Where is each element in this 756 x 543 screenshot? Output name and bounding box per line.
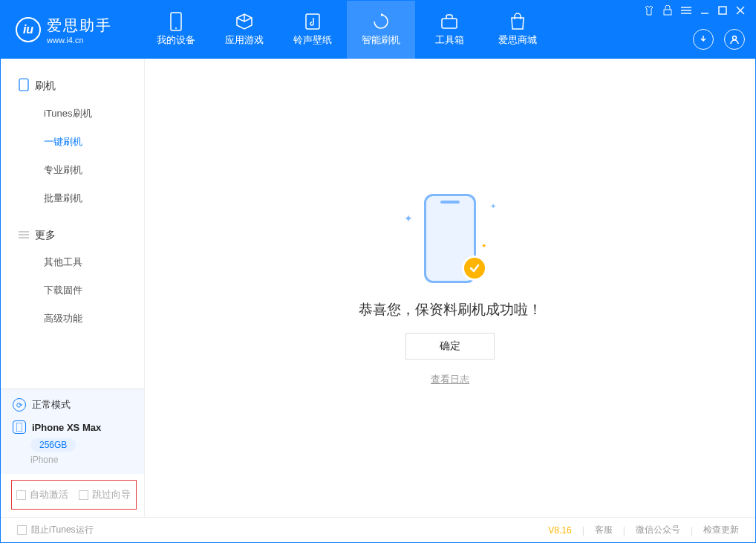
device-type: iPhone — [30, 455, 132, 465]
app-title: 爱思助手 — [47, 16, 112, 36]
device-panel: ⟳ 正常模式 iPhone XS Max 256GB iPhone — [1, 388, 144, 474]
user-button[interactable] — [724, 29, 745, 50]
menu-icon[interactable] — [681, 6, 691, 17]
lock-icon[interactable] — [663, 5, 672, 18]
sidebar-item-advanced[interactable]: 高级功能 — [1, 305, 144, 333]
check-update-link[interactable]: 检查更新 — [703, 524, 739, 536]
checkbox-auto-activate[interactable]: 自动激活 — [16, 488, 68, 501]
svg-point-1 — [175, 27, 177, 29]
flash-options-highlight: 自动激活 跳过向导 — [11, 480, 137, 510]
sidebar-section-more: 更多 — [1, 223, 144, 248]
confirm-button[interactable]: 确定 — [405, 333, 495, 360]
toolbox-icon — [440, 13, 458, 30]
app-subtitle: www.i4.cn — [47, 36, 112, 45]
minimize-button[interactable] — [700, 6, 709, 17]
window-controls — [644, 5, 745, 18]
tab-apps-games[interactable]: 应用游戏 — [210, 1, 278, 59]
sidebar-item-batch-flash[interactable]: 批量刷机 — [1, 184, 144, 212]
device-name-row[interactable]: iPhone XS Max — [13, 420, 132, 434]
logo[interactable]: iu 爱思助手 www.i4.cn — [16, 16, 112, 45]
checkbox-skip-wizard[interactable]: 跳过向导 — [79, 488, 131, 501]
download-button[interactable] — [693, 29, 714, 50]
wechat-link[interactable]: 微信公众号 — [636, 524, 680, 536]
support-link[interactable]: 客服 — [595, 524, 613, 536]
sidebar-item-pro-flash[interactable]: 专业刷机 — [1, 156, 144, 184]
svg-rect-2 — [306, 14, 319, 29]
sparkle-icon: ✦ — [490, 202, 496, 210]
device-storage: 256GB — [30, 438, 76, 452]
body: 刷机 iTunes刷机 一键刷机 专业刷机 批量刷机 更多 其他工具 下载固件 … — [1, 59, 755, 517]
header: iu 爱思助手 www.i4.cn 我的设备 应用游戏 铃声壁纸 智能刷机 — [1, 1, 755, 59]
svg-rect-17 — [16, 423, 22, 432]
svg-rect-3 — [442, 19, 457, 28]
sidebar-section-flash: 刷机 — [1, 72, 144, 100]
header-actions — [693, 29, 745, 50]
tab-toolbox[interactable]: 工具箱 — [415, 1, 483, 59]
tab-my-device[interactable]: 我的设备 — [142, 1, 210, 59]
sidebar: 刷机 iTunes刷机 一键刷机 专业刷机 批量刷机 更多 其他工具 下载固件 … — [1, 59, 145, 517]
app-window: iu 爱思助手 www.i4.cn 我的设备 应用游戏 铃声壁纸 智能刷机 — [0, 0, 756, 543]
sync-icon — [372, 13, 390, 30]
checkbox-icon — [16, 490, 26, 500]
success-check-icon — [462, 256, 487, 281]
sidebar-item-itunes-flash[interactable]: iTunes刷机 — [1, 100, 144, 128]
tshirt-icon[interactable] — [644, 5, 654, 18]
tab-ringtone-wallpaper[interactable]: 铃声壁纸 — [278, 1, 347, 59]
main-content: ✦ ✦ ✦ 恭喜您，保资料刷机成功啦！ 确定 查看日志 — [145, 59, 755, 517]
phone-icon — [19, 78, 29, 94]
maximize-button[interactable] — [718, 6, 727, 17]
view-log-link[interactable]: 查看日志 — [431, 373, 469, 386]
success-message: 恭喜您，保资料刷机成功啦！ — [359, 300, 542, 319]
tab-store[interactable]: 爱思商城 — [483, 1, 552, 59]
main-tabs: 我的设备 应用游戏 铃声壁纸 智能刷机 工具箱 爱思商城 — [142, 1, 552, 59]
logo-icon: iu — [16, 17, 41, 42]
version-label: V8.16 — [548, 525, 571, 536]
svg-rect-4 — [664, 10, 671, 15]
svg-rect-9 — [719, 7, 726, 14]
checkbox-icon — [79, 490, 88, 500]
checkbox-block-itunes[interactable]: 阻止iTunes运行 — [17, 524, 94, 536]
music-file-icon — [304, 13, 322, 30]
device-small-icon — [13, 420, 26, 434]
checkbox-icon — [17, 525, 27, 535]
tab-smart-flash[interactable]: 智能刷机 — [347, 1, 415, 59]
sidebar-item-download-firmware[interactable]: 下载固件 — [1, 276, 144, 305]
svg-rect-13 — [19, 79, 28, 91]
device-mode[interactable]: ⟳ 正常模式 — [13, 398, 132, 412]
sparkle-icon: ✦ — [481, 242, 487, 250]
sparkle-icon: ✦ — [404, 212, 413, 224]
mode-icon: ⟳ — [13, 398, 26, 412]
cube-icon — [235, 13, 253, 30]
sidebar-item-oneclick-flash[interactable]: 一键刷机 — [1, 128, 144, 156]
list-icon — [19, 230, 29, 241]
success-illustration: ✦ ✦ ✦ — [391, 190, 509, 287]
device-icon — [167, 13, 185, 30]
svg-point-12 — [733, 36, 737, 40]
close-button[interactable] — [736, 6, 745, 17]
status-bar: 阻止iTunes运行 V8.16 | 客服 | 微信公众号 | 检查更新 — [1, 517, 755, 542]
sidebar-item-other-tools[interactable]: 其他工具 — [1, 248, 144, 276]
bag-icon — [509, 13, 527, 30]
